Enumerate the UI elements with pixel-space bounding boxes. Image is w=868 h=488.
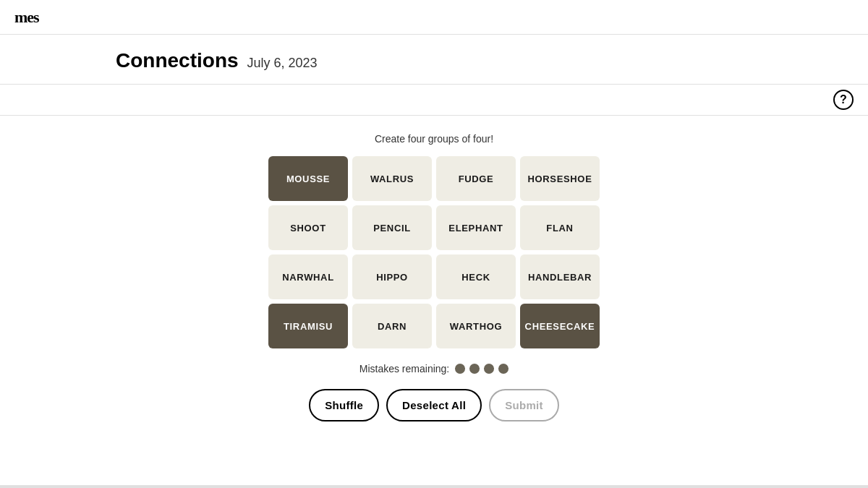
word-tile-narwhal[interactable]: NARWHAL — [268, 254, 348, 299]
page-header: Connections July 6, 2023 — [116, 35, 868, 84]
word-tile-pencil[interactable]: PENCIL — [352, 205, 432, 250]
mistake-dot-3 — [498, 364, 509, 374]
mistakes-row: Mistakes remaining: — [359, 363, 509, 374]
word-tile-heck[interactable]: HECK — [436, 254, 516, 299]
word-tile-hippo[interactable]: HIPPO — [352, 254, 432, 299]
mistake-dot-0 — [455, 364, 465, 374]
nav-bar: mes — [0, 0, 868, 35]
buttons-row: Shuffle Deselect All Submit — [309, 389, 559, 421]
word-tile-mousse[interactable]: MOUSSE — [268, 156, 348, 201]
page-date: July 6, 2023 — [247, 56, 318, 71]
toolbar: ? — [0, 84, 868, 116]
word-tile-cheesecake[interactable]: CHEESECAKE — [520, 304, 600, 348]
deselect-all-button[interactable]: Deselect All — [386, 389, 482, 421]
mistakes-label: Mistakes remaining: — [359, 363, 450, 374]
word-tile-flan[interactable]: FLAN — [520, 205, 600, 250]
mistake-dot-1 — [469, 364, 480, 374]
word-tile-shoot[interactable]: SHOOT — [268, 205, 348, 250]
mistake-dot-2 — [484, 364, 494, 374]
word-tile-horseshoe[interactable]: HORSESHOE — [520, 156, 600, 201]
game-area: Create four groups of four! MOUSSEWALRUS… — [0, 116, 868, 450]
shuffle-button[interactable]: Shuffle — [309, 389, 379, 421]
nav-logo: mes — [14, 8, 39, 27]
page-title: Connections — [116, 49, 239, 72]
submit-button[interactable]: Submit — [489, 389, 559, 421]
help-button[interactable]: ? — [833, 90, 854, 110]
word-tile-fudge[interactable]: FUDGE — [436, 156, 516, 201]
word-tile-darn[interactable]: DARN — [352, 304, 432, 348]
word-tile-warthog[interactable]: WARTHOG — [436, 304, 516, 348]
word-tile-elephant[interactable]: ELEPHANT — [436, 205, 516, 250]
mistake-dots — [455, 364, 509, 374]
word-tile-tiramisu[interactable]: TIRAMISU — [268, 304, 348, 348]
word-tile-handlebar[interactable]: HANDLEBAR — [520, 254, 600, 299]
game-instruction: Create four groups of four! — [375, 133, 493, 145]
word-grid: MOUSSEWALRUSFUDGEHORSESHOESHOOTPENCILELE… — [268, 156, 600, 348]
word-tile-walrus[interactable]: WALRUS — [352, 156, 432, 201]
